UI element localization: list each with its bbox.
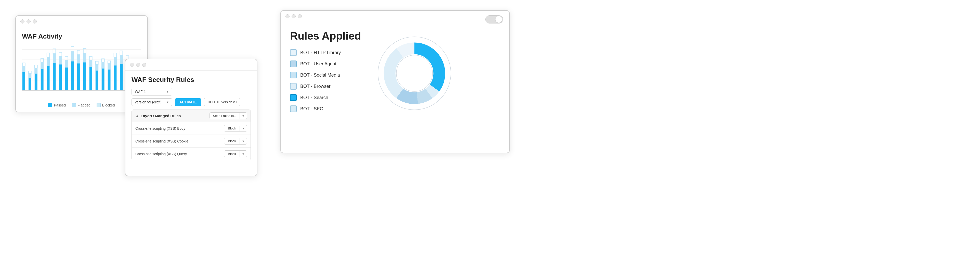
svg-rect-33 bbox=[77, 54, 80, 63]
svg-rect-32 bbox=[77, 63, 80, 90]
traffic-light-yellow[interactable] bbox=[27, 19, 30, 24]
svg-rect-18 bbox=[47, 57, 50, 66]
activate-button[interactable]: ACTIVATE bbox=[175, 98, 201, 106]
legend-swatch-browser bbox=[290, 83, 297, 90]
svg-rect-43 bbox=[95, 61, 99, 64]
svg-rect-20 bbox=[53, 63, 56, 90]
svg-rect-50 bbox=[114, 66, 116, 90]
rules-section: ▲ LayerO Manged Rules Set all rules to..… bbox=[132, 110, 251, 160]
svg-rect-40 bbox=[89, 56, 92, 60]
svg-rect-38 bbox=[89, 67, 92, 90]
svg-rect-19 bbox=[47, 53, 50, 57]
rule-action-2[interactable]: Block ▼ bbox=[224, 138, 247, 144]
legend-label-seo: BOT - SEO bbox=[300, 106, 323, 112]
draft-version-select[interactable]: version v9 (draft) ▼ bbox=[132, 98, 172, 106]
rules-applied-content: Rules Applied BOT - HTTP Library BOT - U… bbox=[281, 22, 509, 124]
rules-applied-titlebar bbox=[281, 11, 509, 22]
rules-section-header: ▲ LayerO Manged Rules Set all rules to..… bbox=[132, 110, 251, 122]
traffic-light-red-2[interactable] bbox=[130, 63, 134, 67]
svg-rect-10 bbox=[29, 71, 31, 74]
section-title: ▲ LayerO Manged Rules bbox=[135, 114, 181, 118]
legend-item-search: BOT - Search bbox=[290, 94, 361, 101]
svg-rect-48 bbox=[108, 64, 111, 69]
svg-rect-24 bbox=[59, 56, 62, 64]
legend-blocked: Blocked bbox=[97, 103, 115, 107]
svg-rect-49 bbox=[108, 61, 111, 64]
delete-version-button[interactable]: DELETE version v0 bbox=[204, 98, 240, 106]
traffic-light-yellow-3[interactable] bbox=[291, 14, 296, 18]
rule-action-1[interactable]: Block ▼ bbox=[224, 125, 247, 132]
svg-rect-52 bbox=[114, 53, 116, 57]
donut-chart bbox=[371, 30, 458, 117]
waf-activity-title: WAF Activity bbox=[22, 32, 141, 40]
rule-action-label-3: Block bbox=[224, 151, 240, 157]
traffic-light-yellow-2[interactable] bbox=[136, 63, 140, 67]
svg-rect-16 bbox=[41, 59, 44, 62]
chevron-down-icon-2: ▼ bbox=[166, 101, 169, 104]
svg-rect-39 bbox=[89, 60, 92, 67]
waf-version-select[interactable]: WAF-1 ▼ bbox=[132, 88, 172, 96]
svg-rect-41 bbox=[95, 70, 99, 90]
draft-version-label: version v9 (draft) bbox=[135, 100, 162, 104]
legend-label-search: BOT - Search bbox=[300, 95, 328, 100]
traffic-light-green-2[interactable] bbox=[142, 63, 146, 67]
traffic-light-red-3[interactable] bbox=[285, 14, 290, 18]
rule-name-2: Cross-site scripting (XSS) Cookie bbox=[135, 139, 188, 143]
legend-label-flagged: Flagged bbox=[78, 103, 91, 107]
rule-action-chevron-2: ▼ bbox=[240, 138, 247, 144]
legend-swatch-blocked bbox=[97, 103, 101, 107]
waf-rules-content: WAF Security Rules WAF-1 ▼ version v9 (d… bbox=[126, 71, 257, 165]
svg-rect-8 bbox=[29, 78, 31, 90]
toggle-container bbox=[485, 15, 503, 24]
version-select-row: WAF-1 ▼ bbox=[132, 88, 251, 96]
rules-applied-title: Rules Applied bbox=[290, 30, 361, 42]
toggle-switch[interactable] bbox=[485, 15, 503, 24]
svg-rect-30 bbox=[71, 51, 74, 61]
set-all-label: Set all rules to... bbox=[210, 113, 240, 119]
rule-name-3: Cross-site scripting (XSS) Query bbox=[135, 152, 187, 156]
waf-rules-title: WAF Security Rules bbox=[132, 76, 251, 84]
legend-label-http: BOT - HTTP Library bbox=[300, 50, 341, 55]
traffic-light-green-3[interactable] bbox=[298, 14, 302, 18]
waf-rules-window: WAF Security Rules WAF-1 ▼ version v9 (d… bbox=[125, 59, 258, 176]
traffic-light-green[interactable] bbox=[33, 19, 37, 24]
rule-name-1: Cross-site scripting (XSS) Body bbox=[135, 126, 185, 131]
rule-action-chevron-1: ▼ bbox=[240, 126, 247, 131]
legend-passed: Passed bbox=[48, 103, 66, 107]
traffic-light-red[interactable] bbox=[21, 19, 24, 24]
waf-version-label: WAF-1 bbox=[135, 90, 146, 94]
legend-label-blocked: Blocked bbox=[102, 103, 115, 107]
rule-row-3: Cross-site scripting (XSS) Query Block ▼ bbox=[132, 147, 251, 160]
legend-item-socialmedia: BOT - Social Media bbox=[290, 72, 361, 78]
rule-row-1: Cross-site scripting (XSS) Body Block ▼ bbox=[132, 122, 251, 135]
waf-rules-titlebar bbox=[126, 59, 257, 71]
legend-item-useragent: BOT - User Agent bbox=[290, 61, 361, 67]
svg-rect-25 bbox=[59, 52, 62, 56]
svg-rect-13 bbox=[35, 65, 37, 68]
rule-action-3[interactable]: Block ▼ bbox=[224, 150, 247, 157]
svg-rect-26 bbox=[65, 67, 68, 90]
svg-rect-51 bbox=[114, 57, 116, 66]
chevron-down-icon: ▼ bbox=[166, 90, 169, 93]
legend-swatch-search bbox=[290, 94, 297, 101]
svg-rect-6 bbox=[22, 66, 25, 72]
rule-action-label-2: Block bbox=[224, 138, 240, 144]
set-all-button[interactable]: Set all rules to... ▼ bbox=[210, 112, 247, 119]
svg-rect-5 bbox=[22, 72, 25, 90]
svg-rect-17 bbox=[47, 66, 50, 90]
svg-rect-55 bbox=[120, 51, 123, 55]
svg-rect-7 bbox=[22, 63, 25, 66]
svg-rect-23 bbox=[59, 64, 62, 90]
legend-item-browser: BOT - Browser bbox=[290, 83, 361, 90]
legend-swatch-passed bbox=[48, 103, 52, 107]
svg-rect-47 bbox=[108, 69, 111, 90]
svg-rect-11 bbox=[35, 74, 37, 90]
legend-flagged: Flagged bbox=[72, 103, 91, 107]
collapse-icon[interactable]: ▲ bbox=[135, 114, 139, 118]
legend-swatch-http bbox=[290, 49, 297, 56]
svg-rect-27 bbox=[65, 60, 68, 67]
rules-applied-window: Rules Applied BOT - HTTP Library BOT - U… bbox=[280, 10, 510, 153]
legend-swatch-socialmedia bbox=[290, 72, 297, 78]
svg-rect-42 bbox=[95, 64, 99, 70]
legend-label-passed: Passed bbox=[54, 103, 66, 107]
